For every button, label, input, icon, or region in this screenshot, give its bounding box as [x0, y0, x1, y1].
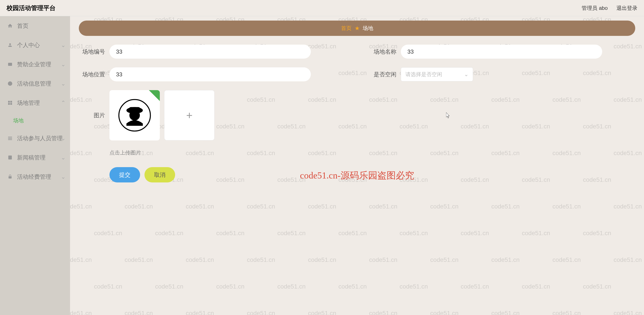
user-icon	[6, 42, 14, 48]
form-group-image: 图片 +	[79, 90, 214, 140]
submit-button[interactable]: 提交	[110, 167, 140, 182]
sidebar-item-label: 个人中心	[17, 41, 40, 49]
label-idle: 是否空闲	[370, 71, 396, 78]
label-code: 场地编号	[79, 48, 105, 55]
sidebar-item-activity[interactable]: 活动信息管理 ⌄	[0, 74, 70, 93]
breadcrumb-current: 场地	[363, 25, 373, 32]
sidebar-item-home[interactable]: 首页	[0, 16, 70, 35]
sidebar-item-expense[interactable]: 活动经费管理 ⌄	[0, 167, 70, 186]
sidebar-item-label: 活动信息管理	[17, 80, 51, 87]
sidebar-item-venue[interactable]: 场地管理 ⌃	[0, 93, 70, 112]
svg-rect-10	[8, 176, 12, 179]
sidebar-item-label: 活动参与人员管理	[17, 135, 62, 142]
user-label[interactable]: 管理员 abo	[582, 4, 608, 11]
select-idle[interactable]: 请选择是否空闲 ⌄	[401, 67, 473, 81]
sidebar-item-participant[interactable]: 活动参与人员管理 ⌄	[0, 129, 70, 148]
uploaded-thumbnail	[118, 99, 151, 132]
plus-icon: +	[186, 109, 192, 122]
label-location: 场地位置	[79, 71, 105, 78]
sidebar-item-label: 场地管理	[17, 99, 40, 107]
sidebar-item-label: 赞助企业管理	[17, 61, 51, 68]
form-group-name: 场地名称	[370, 45, 644, 59]
form-group-code: 场地编号	[79, 45, 357, 59]
svg-rect-6	[8, 137, 12, 137]
upload-add-button[interactable]: +	[164, 90, 214, 140]
svg-point-14	[129, 110, 140, 121]
input-name[interactable]	[401, 45, 602, 59]
upload-hint: 点击上传图片	[110, 149, 635, 156]
sidebar-item-label: 新闻稿管理	[17, 154, 46, 161]
doc-icon	[6, 155, 14, 160]
star-icon: ★	[354, 25, 360, 32]
chevron-down-icon: ⌄	[464, 71, 468, 77]
sidebar-item-label: 首页	[17, 22, 28, 30]
logout-link[interactable]: 退出登录	[616, 4, 638, 11]
grid-icon	[6, 100, 14, 105]
input-location[interactable]	[110, 67, 311, 81]
top-bar: 校园活动管理平台 管理员 abo 退出登录	[0, 0, 644, 16]
chevron-up-icon: ⌃	[61, 99, 66, 106]
sidebar-subitem-venue[interactable]: 场地	[0, 112, 70, 129]
watermark-warning: code51.cn-源码乐园盗图必究	[300, 169, 414, 182]
form: 场地编号 场地名称 场地位置 是否空闲 请选择是否空闲 ⌄	[79, 45, 635, 182]
home-icon	[6, 23, 14, 28]
app-title: 校园活动管理平台	[6, 4, 56, 12]
uploaded-image[interactable]	[110, 90, 160, 140]
chevron-down-icon: ⌄	[61, 80, 66, 87]
select-placeholder: 请选择是否空闲	[406, 71, 442, 78]
user-area: 管理员 abo 退出登录	[582, 4, 638, 11]
chevron-down-icon: ⌄	[61, 173, 66, 180]
image-uploader: +	[110, 90, 214, 140]
form-group-idle: 是否空闲 请选择是否空闲 ⌄	[370, 67, 644, 81]
sidebar-item-sponsor[interactable]: 赞助企业管理 ⌄	[0, 55, 70, 74]
card-icon	[6, 62, 14, 67]
svg-rect-2	[8, 101, 10, 103]
sidebar-subitem-label: 场地	[13, 117, 24, 124]
chevron-down-icon: ⌄	[61, 135, 66, 142]
list-icon	[6, 136, 14, 141]
sidebar-item-news[interactable]: 新闻稿管理 ⌄	[0, 148, 70, 167]
svg-rect-9	[8, 156, 12, 159]
svg-point-1	[8, 81, 12, 86]
svg-rect-3	[10, 101, 12, 103]
svg-rect-5	[10, 103, 12, 105]
cancel-button[interactable]: 取消	[144, 167, 175, 182]
chevron-down-icon: ⌄	[61, 42, 66, 48]
breadcrumb: 首页 ★ 场地	[79, 20, 635, 36]
clock-icon	[6, 81, 14, 86]
lock-icon	[6, 174, 14, 179]
label-name: 场地名称	[370, 48, 396, 55]
svg-rect-0	[8, 63, 12, 66]
chevron-down-icon: ⌄	[61, 154, 66, 161]
svg-rect-7	[8, 138, 12, 139]
input-code[interactable]	[110, 45, 311, 59]
svg-rect-4	[8, 103, 10, 105]
success-badge	[149, 90, 160, 101]
main-content: code51.cncode51.cncode51.cncode51.cncode…	[70, 16, 644, 315]
breadcrumb-home[interactable]: 首页	[341, 25, 352, 32]
sidebar-item-profile[interactable]: 个人中心 ⌄	[0, 35, 70, 55]
form-group-location: 场地位置	[79, 67, 357, 81]
svg-rect-8	[8, 139, 12, 140]
chevron-down-icon: ⌄	[61, 61, 66, 68]
label-image: 图片	[79, 112, 105, 119]
sidebar: 首页 个人中心 ⌄ 赞助企业管理 ⌄ 活动信息管理 ⌄	[0, 16, 70, 315]
mouse-cursor	[446, 112, 450, 119]
sidebar-item-label: 活动经费管理	[17, 173, 51, 181]
